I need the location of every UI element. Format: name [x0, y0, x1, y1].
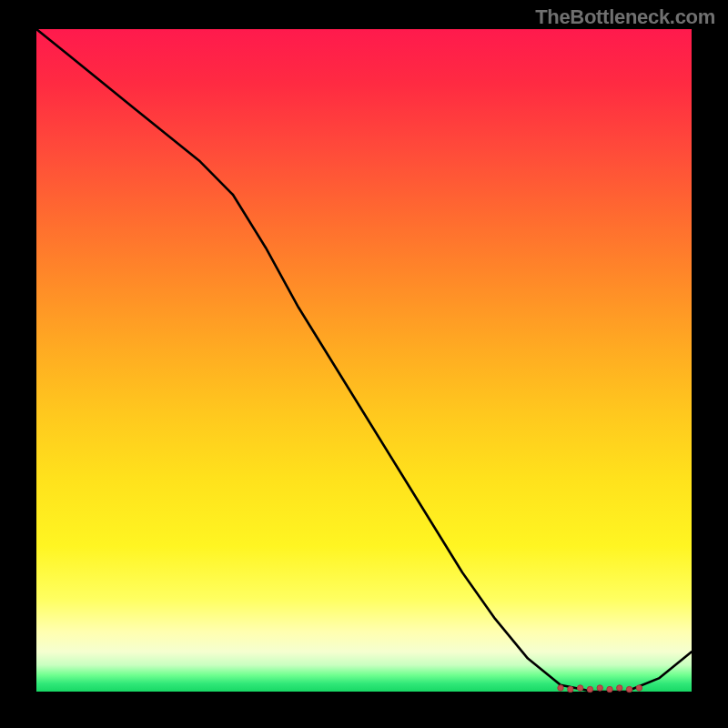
- marker-cluster: [558, 685, 642, 693]
- watermark-text: TheBottleneck.com: [535, 5, 715, 29]
- marker-dot: [597, 685, 602, 691]
- marker-dot: [587, 686, 592, 692]
- line-chart-svg: [36, 29, 692, 692]
- marker-dot: [607, 686, 612, 692]
- marker-dot: [626, 686, 632, 692]
- marker-dot: [577, 685, 582, 691]
- chart-frame: TheBottleneck.com: [0, 0, 728, 728]
- bottleneck-curve: [36, 29, 692, 692]
- marker-dot: [558, 685, 563, 691]
- marker-dot: [617, 685, 622, 691]
- marker-dot: [568, 686, 573, 692]
- plot-area: [36, 29, 692, 692]
- marker-dot: [636, 685, 642, 691]
